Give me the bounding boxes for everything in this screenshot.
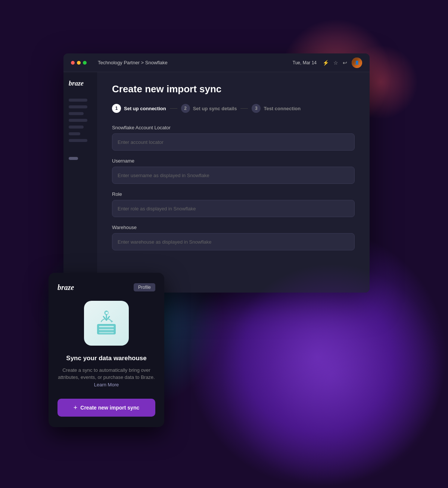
mobile-logo: braze [57,283,74,292]
scene: Technology Partner > Snowflake Tue, Mar … [41,38,407,450]
sidebar-item-6[interactable] [69,132,80,135]
star-icon[interactable]: ☆ [333,60,338,66]
sidebar-spacer [69,146,92,153]
step-1: 1 Set up connection [112,104,166,113]
sidebar: braze [63,72,97,293]
window-body: braze Create new import sync [63,72,370,293]
svg-rect-2 [99,329,114,330]
step-3: 3 Test connection [252,104,301,113]
main-content: Create new import sync 1 Set up connecti… [97,72,370,293]
sidebar-item-1[interactable] [69,99,87,102]
breadcrumb: Technology Partner > Snowflake [98,60,293,65]
step-divider-1 [170,108,177,109]
main-inner: Create new import sync 1 Set up connecti… [97,72,370,269]
lightning-icon[interactable]: ⚡ [323,60,329,66]
form-label-username: Username [112,158,355,164]
data-warehouse-illustration: ❄ [91,308,121,338]
sidebar-item-5[interactable] [69,126,84,129]
form-group-username: Username [112,158,355,184]
svg-text:❄: ❄ [105,311,108,315]
step-1-circle: 1 [112,104,121,113]
create-import-sync-button[interactable]: + Create new import sync [57,399,155,417]
account-locator-input[interactable] [112,133,355,151]
mobile-card: braze Profile ❄ Sync your data warehou [49,273,164,427]
form-label-role: Role [112,191,355,197]
mobile-title: Sync your data warehouse [66,355,146,362]
form-label-account-locator: Snowflake Account Locator [112,125,355,130]
steps-row: 1 Set up connection 2 Set up sync detail… [112,104,355,113]
step-2: 2 Set up sync details [181,104,237,113]
step-divider-2 [240,108,248,109]
form-group-warehouse: Warehouse [112,225,355,250]
step-2-circle: 2 [181,104,190,113]
step-3-circle: 3 [252,104,261,113]
step-3-number: 3 [255,106,258,111]
sidebar-item-active[interactable] [69,157,78,160]
window-dot-yellow[interactable] [77,61,81,65]
avatar[interactable]: 👤 [352,58,362,68]
sidebar-item-4[interactable] [69,119,87,122]
mobile-card-header: braze Profile [57,283,155,292]
sidebar-logo[interactable]: braze [69,80,92,87]
back-icon[interactable]: ↩ [343,60,347,66]
mobile-desc: Create a sync to automatically bring ove… [57,367,155,389]
warehouse-input[interactable] [112,233,355,250]
step-1-label: Set up connection [124,106,166,111]
learn-more-link[interactable]: Learn More [94,382,119,387]
step-1-number: 1 [115,106,118,111]
window-dots [71,61,87,65]
profile-badge[interactable]: Profile [134,283,155,291]
mobile-desc-text: Create a sync to automatically bring ove… [58,367,155,380]
role-input[interactable] [112,200,355,217]
svg-rect-3 [99,332,114,333]
step-2-number: 2 [184,106,187,111]
page-title: Create new import sync [112,83,355,95]
step-3-label: Test connection [264,106,301,111]
plus-icon: + [74,404,78,412]
window-titlebar: Technology Partner > Snowflake Tue, Mar … [63,53,370,72]
step-2-label: Set up sync details [193,106,237,111]
avatar-inner: 👤 [352,58,362,68]
sidebar-item-2[interactable] [69,105,87,108]
form-group-role: Role [112,191,355,217]
window-icons: ⚡ ☆ ↩ 👤 [323,58,362,68]
window-dot-green[interactable] [83,61,87,65]
svg-rect-1 [99,326,114,327]
create-btn-label: Create new import sync [80,405,139,411]
desktop-window: Technology Partner > Snowflake Tue, Mar … [63,53,370,293]
window-dot-red[interactable] [71,61,75,65]
form-label-warehouse: Warehouse [112,225,355,230]
illustration-container: ❄ [84,301,129,346]
sidebar-item-7[interactable] [69,139,87,142]
window-date: Tue, Mar 14 [293,60,317,65]
username-input[interactable] [112,167,355,184]
sidebar-item-3[interactable] [69,112,84,115]
form-group-account-locator: Snowflake Account Locator [112,125,355,151]
